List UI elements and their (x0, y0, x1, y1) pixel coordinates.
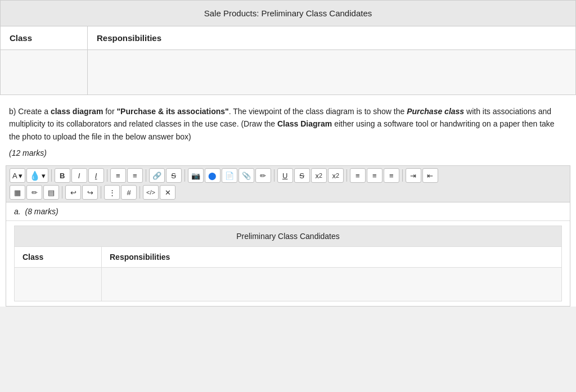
bold-class-diagram2: Class Diagram (277, 119, 332, 128)
strike2-icon: S (299, 172, 304, 180)
subscript-button[interactable]: x2 (311, 168, 327, 183)
top-table-col2-cell (88, 50, 576, 95)
redo-button[interactable]: ↪ (82, 185, 98, 200)
separator-1 (51, 169, 52, 182)
strikethrough-button[interactable]: S (166, 168, 182, 183)
font-a-arrow: ▾ (19, 172, 22, 180)
align-center-button[interactable]: ≡ (367, 168, 382, 183)
answer-a: a. (14, 207, 21, 216)
top-table: Sale Products: Preliminary Class Candida… (0, 0, 576, 95)
separator-2 (107, 169, 107, 182)
col-button[interactable]: ▤ (43, 185, 59, 200)
bold-button[interactable]: B (55, 168, 70, 183)
italic-icon: I (78, 172, 80, 180)
underline-icon: U (282, 172, 287, 180)
answer-label: a. (8 marks) (6, 202, 570, 221)
edit-table-button[interactable]: ✏ (26, 185, 42, 200)
separator-3 (146, 169, 146, 182)
sub-icon: 2 (319, 172, 322, 179)
undo-button[interactable]: ↩ (65, 185, 81, 200)
font-a-dropdown[interactable]: A ▾ (10, 168, 25, 183)
separator-8 (62, 186, 62, 199)
inner-table-col2-cell (102, 268, 562, 301)
separator-10 (140, 186, 140, 199)
inner-table-col1-header: Class (15, 247, 102, 268)
part-b-text: b) Create a (9, 107, 51, 116)
dots-button[interactable]: ⋮ (104, 185, 120, 200)
indent-button[interactable]: ⇥ (406, 168, 421, 183)
sup-icon: 2 (336, 172, 339, 179)
separator-9 (101, 186, 101, 199)
toolbar: A ▾ 💧 ▾ B I I ≡ ≡ 🔗 S 📷 ⬤ (6, 166, 570, 202)
strikethrough-icon: S (171, 172, 176, 180)
inner-table-wrapper: Preliminary Class Candidates Class Respo… (6, 221, 570, 306)
separator-5 (274, 169, 274, 182)
sentence1: . The viewpoint of the class diagram is … (229, 107, 407, 116)
separator-7 (402, 169, 403, 182)
top-table-title: Sale Products: Preliminary Class Candida… (1, 1, 576, 26)
marks-text: (12 marks) (9, 148, 47, 157)
font-a-label: A (12, 172, 17, 180)
italic2-button[interactable]: I (88, 168, 104, 183)
text-block: b) Create a class diagram for "Purchase … (0, 95, 576, 148)
inner-table-col1-cell (15, 268, 102, 301)
toolbar-row-2: ▦ ✏ ▤ ↩ ↪ ⋮ # </> ✕ (10, 185, 566, 200)
table-button[interactable]: ▦ (10, 185, 25, 200)
hash-button[interactable]: # (121, 185, 137, 200)
top-table-col2-header: Responsibilities (88, 26, 576, 50)
for-text: for (103, 107, 116, 116)
code-button[interactable]: </> (143, 185, 159, 200)
color-dropdown[interactable]: 💧 ▾ (26, 168, 48, 183)
editor-area: A ▾ 💧 ▾ B I I ≡ ≡ 🔗 S 📷 ⬤ (6, 165, 570, 307)
link-button[interactable]: 🔗 (149, 168, 165, 183)
color-arrow: ▾ (42, 172, 46, 180)
color-icon: 💧 (29, 170, 40, 181)
toolbar-row-1: A ▾ 💧 ▾ B I I ≡ ≡ 🔗 S 📷 ⬤ (10, 168, 566, 183)
inner-table: Preliminary Class Candidates Class Respo… (14, 226, 562, 301)
bold-icon: B (60, 172, 65, 180)
bold-purchase: "Purchase & its associations" (116, 107, 228, 116)
inner-table-title: Preliminary Class Candidates (15, 226, 562, 247)
superscript-button[interactable]: x2 (328, 168, 344, 183)
underline-button[interactable]: U (277, 168, 293, 183)
italic-button[interactable]: I (71, 168, 87, 183)
image-button[interactable]: 📷 (188, 168, 204, 183)
ordered-list-button[interactable]: ≡ (127, 168, 143, 183)
align-right-button[interactable]: ≡ (384, 168, 399, 183)
unordered-list-button[interactable]: ≡ (110, 168, 126, 183)
document-button[interactable]: 📄 (222, 168, 237, 183)
top-table-col1-header: Class (1, 26, 88, 50)
italic-purchase-class: Purchase class (407, 107, 464, 116)
bold-class-diagram: class diagram (51, 107, 103, 116)
separator-6 (346, 169, 347, 182)
marks-line: (12 marks) (0, 148, 576, 165)
align-left-button[interactable]: ≡ (350, 168, 366, 183)
strikethrough2-button[interactable]: S (294, 168, 310, 183)
outdent-button[interactable]: ⇤ (422, 168, 438, 183)
clip-button[interactable]: 📎 (238, 168, 254, 183)
answer-marks: (8 marks) (25, 207, 58, 216)
inner-table-col2-header: Responsibilities (102, 247, 562, 268)
circle-button[interactable]: ⬤ (205, 168, 220, 183)
pencil-button[interactable]: ✏ (255, 168, 271, 183)
separator-4 (184, 169, 185, 182)
clear-button[interactable]: ✕ (160, 185, 176, 200)
top-table-col1-cell (1, 50, 88, 95)
